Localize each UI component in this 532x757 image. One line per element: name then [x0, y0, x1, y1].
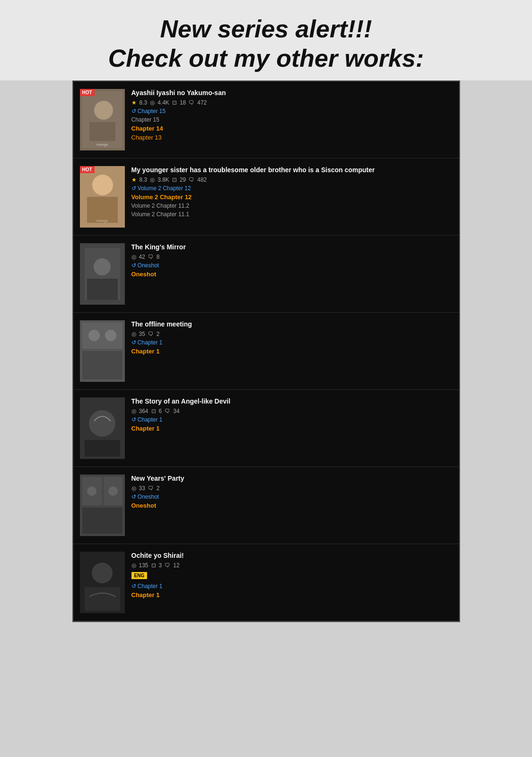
- views-6: 33: [139, 485, 145, 492]
- clock-icon-1: ↺: [131, 108, 136, 114]
- stats-row-7: ◎ 135 ⊡ 3 🗨 12: [131, 562, 453, 569]
- thumbnail-1[interactable]: manga: [80, 89, 125, 150]
- svg-text:manga: manga: [96, 142, 108, 147]
- chapter-current-7[interactable]: Chapter 1: [131, 591, 453, 599]
- bookmark-icon-1: ⊡: [172, 99, 177, 106]
- views-icon-2: ◎: [150, 176, 155, 183]
- svg-point-26: [108, 486, 118, 496]
- series-info-3: The King's Mirror ◎ 42 🗨 8 ↺ Oneshot One…: [131, 243, 453, 278]
- series-title-6[interactable]: New Years' Party: [131, 475, 453, 482]
- clock-icon-6: ↺: [131, 493, 136, 500]
- svg-point-16: [88, 330, 100, 341]
- svg-rect-29: [85, 587, 120, 611]
- chapter-current-4[interactable]: Chapter 1: [131, 348, 453, 355]
- svg-point-28: [92, 563, 113, 583]
- comment-icon-5: 🗨: [165, 408, 170, 414]
- series-title-1[interactable]: Ayashii Iyashi no Yakumo-san: [131, 89, 453, 97]
- svg-text:manga: manga: [96, 219, 108, 223]
- views-icon-5: ◎: [131, 408, 136, 414]
- comments-5: 34: [173, 408, 179, 414]
- latest-3[interactable]: ↺ Oneshot: [131, 262, 453, 269]
- star-icon-2: ★: [131, 176, 137, 183]
- thumbnail-wrapper-5: [80, 397, 125, 459]
- eng-badge-7: ENG: [131, 572, 148, 579]
- thumbnail-wrapper-6: [80, 475, 125, 536]
- series-title-3[interactable]: The King's Mirror: [131, 243, 453, 251]
- comments-3: 8: [157, 254, 160, 260]
- series-info-1: Ayashii Iyashi no Yakumo-san ★ 8.3 ◎ 4.4…: [131, 89, 453, 141]
- stats-row-2: ★ 8.3 ◎ 3.8K ⊡ 29 🗨 482: [131, 176, 453, 183]
- thumbnail-7[interactable]: [80, 552, 125, 613]
- svg-rect-15: [82, 351, 122, 379]
- series-item-6: New Years' Party ◎ 33 🗨 2 ↺ Oneshot Ones…: [73, 467, 459, 544]
- series-item-7: Ochite yo Shirai! ◎ 135 ⊡ 3 🗨 12 ENG ↺ C…: [73, 544, 459, 621]
- series-info-2: My younger sister has a troublesome olde…: [131, 166, 453, 218]
- svg-point-11: [94, 258, 111, 275]
- comment-icon-3: 🗨: [148, 254, 154, 260]
- rating-2: 8.3: [140, 176, 148, 183]
- svg-rect-3: [89, 122, 115, 141]
- views-1: 4.4K: [157, 99, 169, 106]
- clock-icon-2: ↺: [131, 185, 136, 192]
- series-title-7[interactable]: Ochite yo Shirai!: [131, 552, 453, 559]
- chapter-prev2-2[interactable]: Volume 2 Chapter 11.1: [131, 211, 453, 218]
- comments-4: 2: [157, 331, 160, 337]
- thumbnail-2[interactable]: manga: [80, 166, 125, 228]
- latest-5[interactable]: ↺ Chapter 1: [131, 416, 453, 423]
- series-info-5: The Story of an Angel-like Devil ◎ 364 ⊡…: [131, 397, 453, 432]
- views-icon-7: ◎: [131, 562, 136, 569]
- thumbnail-wrapper-2: HOT manga: [80, 166, 125, 228]
- chapter-current-6[interactable]: Oneshot: [131, 502, 453, 509]
- thumbnail-wrapper-7: [80, 552, 125, 613]
- bookmarks-7: 3: [159, 562, 162, 569]
- thumbnail-5[interactable]: [80, 397, 125, 459]
- hot-badge-1: HOT: [80, 89, 95, 96]
- chapter-prev1-2[interactable]: Volume 2 Chapter 11.2: [131, 202, 453, 209]
- clock-icon-3: ↺: [131, 262, 136, 269]
- chapter-current-5[interactable]: Chapter 1: [131, 425, 453, 432]
- comment-icon-4: 🗨: [148, 331, 154, 337]
- series-title-4[interactable]: The offline meeting: [131, 320, 453, 328]
- page-wrapper: New series alert!!! Check out my other w…: [0, 0, 532, 757]
- series-title-2[interactable]: My younger sister has a troublesome olde…: [131, 166, 453, 174]
- svg-point-25: [87, 486, 96, 496]
- hot-badge-2: HOT: [80, 166, 95, 173]
- chapter-current-2[interactable]: Volume 2 Chapter 12: [131, 194, 453, 201]
- svg-point-2: [94, 101, 113, 120]
- chapter-current-1[interactable]: Chapter 14: [131, 125, 453, 132]
- latest-4[interactable]: ↺ Chapter 1: [131, 339, 453, 346]
- views-7: 135: [139, 562, 148, 569]
- chapter-current-3[interactable]: Oneshot: [131, 271, 453, 278]
- clock-icon-5: ↺: [131, 416, 136, 423]
- stats-row-4: ◎ 35 🗨 2: [131, 331, 453, 337]
- views-icon-1: ◎: [150, 99, 155, 106]
- latest-1[interactable]: ↺ Chapter 15: [131, 108, 453, 114]
- series-info-6: New Years' Party ◎ 33 🗨 2 ↺ Oneshot Ones…: [131, 475, 453, 509]
- header-title: New series alert!!! Check out my other w…: [9, 14, 523, 73]
- svg-rect-20: [85, 440, 120, 457]
- thumbnail-3[interactable]: [80, 243, 125, 305]
- rating-1: 8.3: [140, 99, 148, 106]
- thumbnail-wrapper-1: HOT manga: [80, 89, 125, 150]
- series-item-4: The offline meeting ◎ 35 🗨 2 ↺ Chapter 1…: [73, 313, 459, 390]
- latest-6[interactable]: ↺ Oneshot: [131, 493, 453, 500]
- views-2: 3.8K: [157, 176, 169, 183]
- header-section: New series alert!!! Check out my other w…: [0, 0, 532, 80]
- stats-row-5: ◎ 364 ⊡ 6 🗨 34: [131, 408, 453, 414]
- thumbnail-6[interactable]: [80, 475, 125, 536]
- main-container: HOT manga Ayashii Iyashi no Yakumo-san ★…: [72, 80, 460, 622]
- series-info-4: The offline meeting ◎ 35 🗨 2 ↺ Chapter 1…: [131, 320, 453, 355]
- bookmarks-2: 29: [180, 176, 186, 183]
- views-4: 35: [139, 331, 145, 337]
- latest-2[interactable]: ↺ Volume 2 Chapter 12: [131, 185, 453, 192]
- latest-7[interactable]: ↺ Chapter 1: [131, 583, 453, 590]
- chapter-prev1-1[interactable]: Chapter 15: [131, 116, 453, 123]
- series-item-2: HOT manga My younger sister has a troubl…: [73, 158, 459, 236]
- series-item-1: HOT manga Ayashii Iyashi no Yakumo-san ★…: [73, 81, 459, 158]
- thumbnail-4[interactable]: [80, 320, 125, 382]
- bookmark-icon-2: ⊡: [172, 176, 177, 183]
- svg-rect-12: [87, 279, 118, 300]
- series-title-5[interactable]: The Story of an Angel-like Devil: [131, 397, 453, 405]
- chapter-prev2-1[interactable]: Chapter 13: [131, 134, 453, 141]
- comment-icon-2: 🗨: [189, 176, 194, 183]
